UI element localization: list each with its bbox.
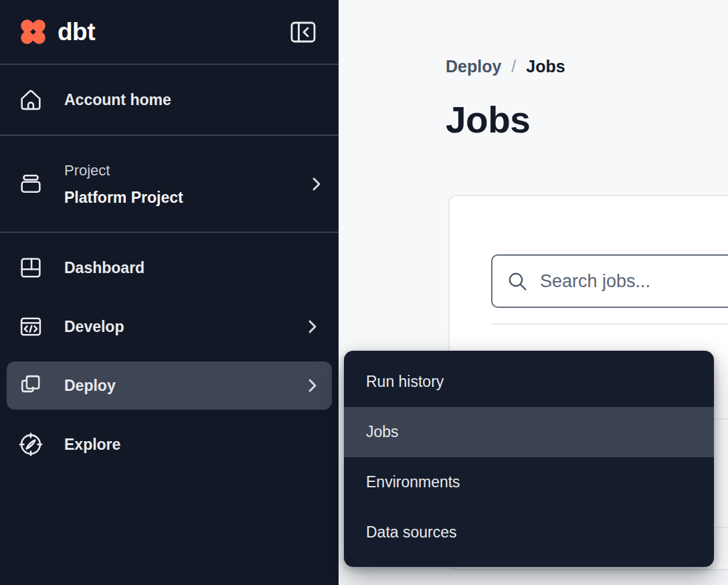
- project-name: Platform Project: [64, 184, 183, 211]
- project-icon: [17, 171, 44, 197]
- sidebar-nav: Dashboard Develop: [0, 233, 339, 474]
- brand-name: dbt: [58, 18, 95, 46]
- breadcrumb-current: Jobs: [526, 57, 565, 76]
- search-icon: [507, 271, 528, 292]
- project-label: Project: [64, 157, 183, 184]
- sidebar: dbt Account home: [0, 0, 339, 585]
- submenu-item-jobs[interactable]: Jobs: [344, 407, 714, 457]
- home-icon: [17, 86, 44, 113]
- chevron-right-icon: [308, 378, 317, 394]
- page-title: Jobs: [446, 98, 530, 141]
- sidebar-header: dbt: [0, 0, 339, 64]
- submenu-item-run-history[interactable]: Run history: [344, 357, 714, 407]
- sidebar-item-label: Deploy: [64, 377, 116, 395]
- sidebar-item-develop[interactable]: Develop: [7, 297, 332, 356]
- sidebar-item-deploy[interactable]: Deploy: [7, 361, 332, 410]
- app-root: dbt Account home: [0, 0, 728, 585]
- sidebar-item-label: Dashboard: [64, 259, 145, 277]
- breadcrumb-separator: /: [511, 57, 516, 76]
- develop-icon: [17, 313, 44, 340]
- panel-collapse-icon: [290, 21, 316, 43]
- deploy-submenu: Run history Jobs Environments Data sourc…: [344, 351, 714, 567]
- breadcrumb: Deploy / Jobs: [446, 57, 565, 76]
- submenu-item-environments[interactable]: Environments: [344, 457, 714, 507]
- dbt-logo-icon: [17, 16, 49, 48]
- breadcrumb-deploy[interactable]: Deploy: [446, 57, 501, 76]
- sidebar-item-dashboard[interactable]: Dashboard: [7, 238, 332, 297]
- divider: [491, 323, 728, 325]
- sidebar-item-account-home[interactable]: Account home: [0, 65, 339, 135]
- sidebar-item-explore[interactable]: Explore: [7, 415, 332, 474]
- sidebar-item-project[interactable]: Project Platform Project: [0, 136, 339, 232]
- chevron-right-icon: [312, 176, 321, 192]
- dbt-logo[interactable]: dbt: [17, 16, 95, 48]
- search-jobs-input[interactable]: [540, 271, 728, 292]
- submenu-item-data-sources[interactable]: Data sources: [344, 507, 714, 558]
- chevron-right-icon: [308, 319, 317, 335]
- explore-icon: [17, 431, 44, 458]
- sidebar-item-label: Explore: [64, 436, 120, 454]
- sidebar-item-label: Account home: [64, 91, 171, 109]
- sidebar-item-label: Develop: [64, 318, 124, 336]
- deploy-icon: [17, 372, 44, 399]
- dashboard-icon: [17, 254, 44, 281]
- search-box: [491, 254, 728, 308]
- collapse-sidebar-button[interactable]: [290, 21, 316, 43]
